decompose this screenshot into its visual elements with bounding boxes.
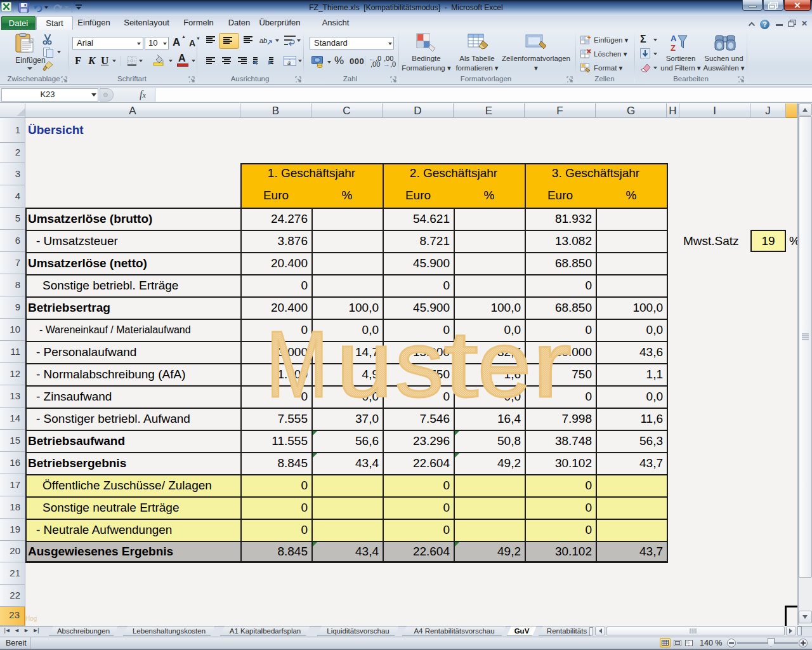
svg-text:M: M: [266, 311, 328, 416]
svg-text:t: t: [443, 311, 478, 417]
svg-text:u: u: [336, 311, 393, 417]
svg-text:r: r: [532, 311, 572, 417]
svg-text:s: s: [395, 311, 444, 417]
svg-text:e: e: [478, 311, 532, 416]
